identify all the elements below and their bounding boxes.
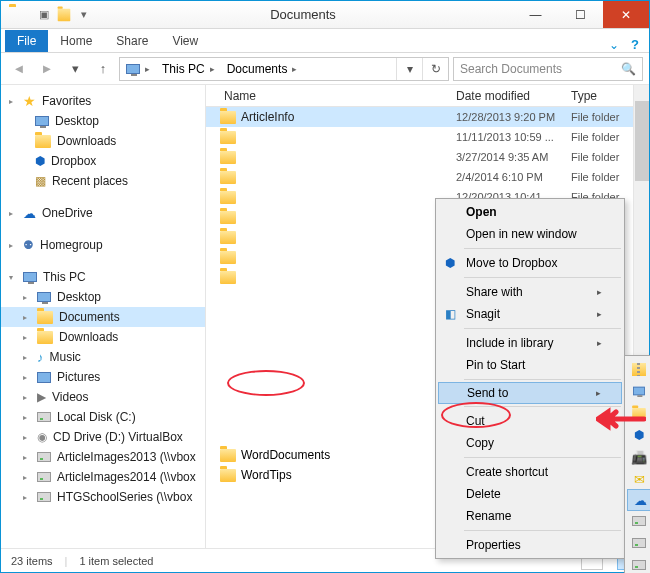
file-row[interactable]: 2/4/2014 6:10 PMFile folder <box>206 167 649 187</box>
col-name[interactable]: Name <box>206 89 456 103</box>
status-itemcount: 23 items <box>11 555 53 567</box>
qat-newfolder-icon[interactable] <box>55 6 73 24</box>
tree-dropbox[interactable]: ⬢Dropbox <box>1 151 205 171</box>
tree-pc-net3[interactable]: ▸HTGSchoolSeries (\\vbox <box>1 487 205 507</box>
tree-pc-net2[interactable]: ▸ArticleImages2014 (\\vbox <box>1 467 205 487</box>
ribbon-tabs: File Home Share View ⌄ ? <box>1 29 649 53</box>
tree-pc-cddrlve[interactable]: ▸◉CD Drive (D:) VirtualBox <box>1 427 205 447</box>
tree-onedrive[interactable]: ▸☁OneDrive <box>1 203 205 223</box>
ribbon-expand-icon[interactable]: ⌄ <box>603 38 625 52</box>
ctx-open[interactable]: Open <box>438 201 622 223</box>
qat-properties-icon[interactable]: ▣ <box>35 6 53 24</box>
recent-dropdown[interactable]: ▾ <box>63 57 87 81</box>
column-headers[interactable]: Name Date modified Type <box>206 85 649 107</box>
app-icon <box>9 7 25 23</box>
file-row[interactable]: ArticleInfo12/28/2013 9:20 PMFile folder <box>206 107 649 127</box>
ctx-sharewith[interactable]: Share with▸ <box>438 281 622 303</box>
tree-pc-pictures[interactable]: ▸Pictures <box>1 367 205 387</box>
tree-homegroup[interactable]: ▸⚉Homegroup <box>1 235 205 255</box>
annotation-circle-sendto <box>227 370 305 396</box>
sendto-fax[interactable]: 📠Fax recipient <box>627 446 650 468</box>
max-button[interactable]: ☐ <box>558 1 603 28</box>
tab-share[interactable]: Share <box>104 30 160 52</box>
search-icon: 🔍 <box>621 62 636 76</box>
ctx-dropbox[interactable]: ⬢Move to Dropbox <box>438 252 622 274</box>
sendto-zip[interactable]: Compressed (zipped) folder <box>627 358 650 380</box>
ctx-copy[interactable]: Copy <box>438 432 622 454</box>
ctx-sendto[interactable]: Send to▸ <box>438 382 622 404</box>
file-wordtips[interactable]: WordTips <box>206 465 330 485</box>
file-list-pane: Name Date modified Type ArticleInfo12/28… <box>206 85 649 548</box>
breadcrumb[interactable]: ▸ This PC▸ Documents▸ ▾ ↻ <box>119 57 449 81</box>
search-input[interactable]: Search Documents 🔍 <box>453 57 643 81</box>
annotation-circle-onedrive <box>441 402 511 428</box>
tab-view[interactable]: View <box>160 30 210 52</box>
file-row[interactable]: 11/11/2013 10:59 ...File folder <box>206 127 649 147</box>
min-button[interactable]: — <box>513 1 558 28</box>
sendto-net-f[interactable]: ArticleImages2014 (\\vboxsrv) (F:) <box>627 554 650 573</box>
ctx-properties[interactable]: Properties <box>438 534 622 556</box>
ctx-snagit[interactable]: ◧Snagit▸ <box>438 303 622 325</box>
up-button[interactable]: ↑ <box>91 57 115 81</box>
status-selected: 1 item selected <box>79 555 153 567</box>
ctx-rename[interactable]: Rename <box>438 505 622 527</box>
addr-dropdown-icon[interactable]: ▾ <box>396 58 422 80</box>
tree-thispc[interactable]: ▾This PC <box>1 267 205 287</box>
tree-pc-videos[interactable]: ▸▶Videos <box>1 387 205 407</box>
tree-pc-localdisk[interactable]: ▸Local Disk (C:) <box>1 407 205 427</box>
ctx-pin[interactable]: Pin to Start <box>438 354 622 376</box>
search-placeholder: Search Documents <box>460 62 562 76</box>
sendto-onedrive[interactable]: ☁OneDrive↖ <box>627 489 650 511</box>
ctx-library[interactable]: Include in library▸ <box>438 332 622 354</box>
annotation-arrow <box>596 407 646 431</box>
sendto-desktop[interactable]: Desktop (create shortcut) <box>627 380 650 402</box>
ctx-newwindow[interactable]: Open in new window <box>438 223 622 245</box>
nav-tree: ▸★Favorites Desktop Downloads ⬢Dropbox ▩… <box>1 85 206 548</box>
titlebar: ▣ ▾ Documents — ☐ ✕ <box>1 1 649 29</box>
sendto-localdisk[interactable]: Local Disk (C:) <box>627 510 650 532</box>
back-button[interactable]: ◄ <box>7 57 31 81</box>
context-menu: Open Open in new window ⬢Move to Dropbox… <box>435 198 625 559</box>
tree-pc-documents[interactable]: ▸Documents <box>1 307 205 327</box>
col-date[interactable]: Date modified <box>456 89 571 103</box>
address-bar: ◄ ► ▾ ↑ ▸ This PC▸ Documents▸ ▾ ↻ Search… <box>1 53 649 85</box>
crumb-pc[interactable]: This PC <box>162 62 205 76</box>
tree-recent[interactable]: ▩Recent places <box>1 171 205 191</box>
tree-downloads[interactable]: Downloads <box>1 131 205 151</box>
ctx-shortcut[interactable]: Create shortcut <box>438 461 622 483</box>
sendto-mail[interactable]: ✉Mail recipient <box>627 468 650 490</box>
forward-button[interactable]: ► <box>35 57 59 81</box>
close-button[interactable]: ✕ <box>603 1 649 28</box>
tree-pc-net1[interactable]: ▸ArticleImages2013 (\\vbox <box>1 447 205 467</box>
qat-dropdown-icon[interactable]: ▾ <box>75 6 93 24</box>
tree-favorites[interactable]: ▸★Favorites <box>1 91 205 111</box>
help-icon[interactable]: ? <box>625 37 645 52</box>
crumb-docs[interactable]: Documents <box>227 62 288 76</box>
refresh-button[interactable]: ↻ <box>422 58 448 80</box>
explorer-window: ▣ ▾ Documents — ☐ ✕ File Home Share View… <box>0 0 650 573</box>
tree-desktop[interactable]: Desktop <box>1 111 205 131</box>
pc-icon <box>126 64 140 74</box>
tab-home[interactable]: Home <box>48 30 104 52</box>
sendto-submenu: Compressed (zipped) folder Desktop (crea… <box>624 355 650 573</box>
tab-file[interactable]: File <box>5 30 48 52</box>
file-worddocs[interactable]: WordDocuments <box>206 445 330 465</box>
ctx-delete[interactable]: Delete <box>438 483 622 505</box>
tree-pc-desktop[interactable]: ▸Desktop <box>1 287 205 307</box>
tree-pc-music[interactable]: ▸♪Music <box>1 347 205 367</box>
sendto-net-e[interactable]: ArticleImages2013 (\\vboxsrv) (E:) <box>627 532 650 554</box>
tree-pc-downloads[interactable]: ▸Downloads <box>1 327 205 347</box>
file-row[interactable]: 3/27/2014 9:35 AMFile folder <box>206 147 649 167</box>
window-title: Documents <box>93 7 513 22</box>
